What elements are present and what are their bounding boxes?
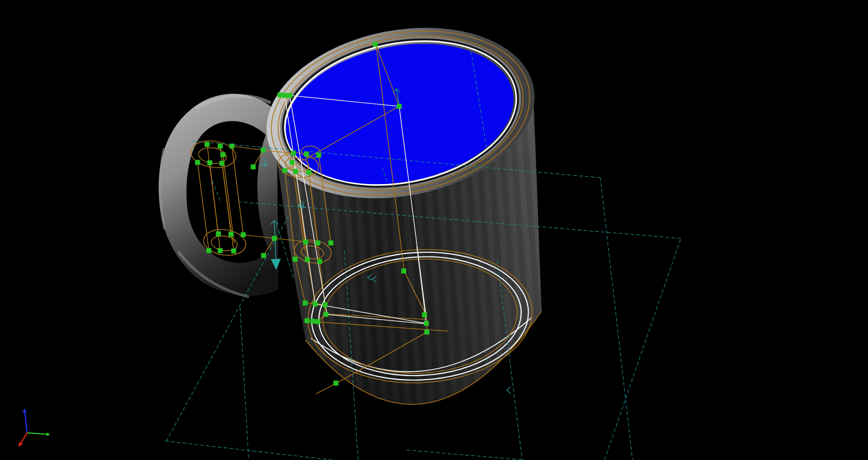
control-point[interactable] (251, 165, 256, 170)
control-point[interactable] (313, 302, 318, 307)
control-point[interactable] (303, 301, 308, 306)
cad-3d-viewport[interactable] (0, 0, 868, 460)
control-point[interactable] (208, 161, 212, 166)
control-point[interactable] (311, 319, 316, 324)
control-point[interactable] (329, 241, 334, 246)
control-point[interactable] (317, 259, 322, 264)
control-point[interactable] (291, 151, 296, 156)
control-point[interactable] (261, 148, 266, 153)
control-point[interactable] (323, 303, 328, 308)
control-point[interactable] (241, 232, 246, 237)
control-point[interactable] (324, 312, 329, 317)
control-point[interactable] (293, 257, 298, 262)
control-point[interactable] (305, 318, 310, 323)
scene-svg[interactable] (0, 0, 868, 460)
control-point[interactable] (207, 248, 212, 253)
control-point[interactable] (283, 168, 288, 173)
control-point[interactable] (316, 241, 321, 246)
control-point[interactable] (304, 152, 309, 157)
control-point[interactable] (425, 330, 429, 335)
control-point[interactable] (218, 144, 223, 149)
control-point[interactable] (229, 232, 234, 237)
control-point[interactable] (422, 313, 427, 318)
control-point[interactable] (278, 93, 283, 98)
control-point[interactable] (293, 169, 298, 174)
control-point[interactable] (218, 248, 223, 253)
control-point[interactable] (316, 319, 321, 324)
control-point[interactable] (305, 257, 310, 262)
control-point[interactable] (373, 42, 378, 47)
control-point[interactable] (316, 153, 321, 158)
control-point[interactable] (205, 142, 210, 147)
control-point[interactable] (283, 93, 288, 98)
control-point[interactable] (290, 160, 295, 165)
control-point[interactable] (216, 232, 221, 237)
control-point[interactable] (272, 236, 277, 241)
control-point[interactable] (401, 269, 406, 274)
control-point[interactable] (221, 152, 226, 157)
control-point[interactable] (230, 144, 235, 149)
control-point[interactable] (231, 249, 236, 254)
control-point[interactable] (334, 381, 339, 386)
control-point[interactable] (303, 240, 308, 245)
control-point[interactable] (261, 253, 266, 258)
control-point[interactable] (397, 104, 402, 109)
control-point[interactable] (424, 321, 429, 326)
control-point[interactable] (307, 170, 311, 175)
control-point[interactable] (220, 161, 225, 166)
control-point[interactable] (195, 160, 200, 165)
control-point[interactable] (288, 93, 292, 98)
